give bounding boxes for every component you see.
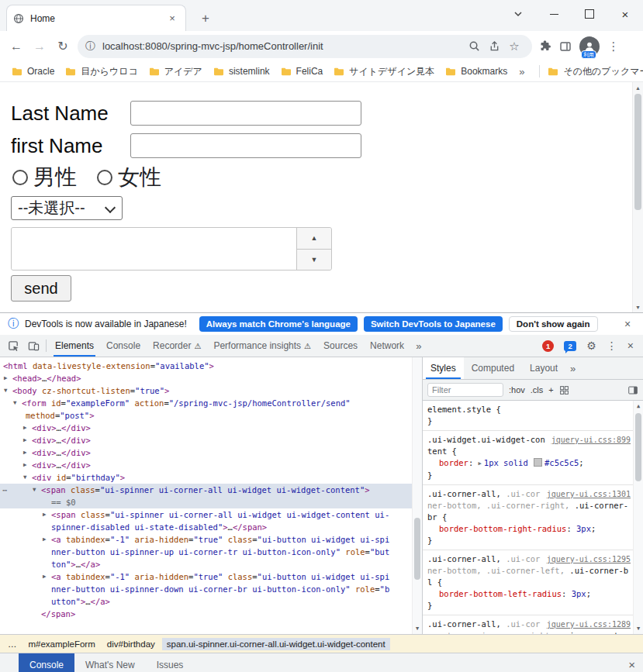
reload-icon[interactable]: ↻ (51, 35, 74, 58)
expand-shorthand-icon[interactable]: ▶ (479, 460, 482, 467)
disclosure-open-icon[interactable]: ▼ (33, 484, 36, 496)
dom-tree-row[interactable]: </span> (0, 608, 422, 620)
scrollbar-thumb[interactable] (414, 518, 420, 580)
disclosure-closed-icon[interactable]: ▶ (43, 533, 47, 546)
close-window-button[interactable]: × (607, 0, 643, 28)
dom-tree-row[interactable]: ton">…</a> (0, 558, 422, 570)
issues-badge[interactable]: 2 (564, 341, 576, 351)
disclosure-closed-icon[interactable]: ▶ (4, 372, 8, 384)
dom-tree-row[interactable]: ▶<div>…</div> (0, 422, 422, 434)
dom-tree-row[interactable]: ▶<span class="ui-spinner ui-corner-all u… (0, 508, 422, 521)
scrollbar-thumb[interactable] (634, 94, 641, 210)
stylesheet-source-link[interactable]: jquery-ui.css:899 (551, 434, 631, 446)
dom-tree-row[interactable]: ▼<div id="birthday"> (0, 471, 422, 484)
devtools-tab-network[interactable]: Network (364, 335, 410, 357)
bookmark-item[interactable]: sistemlink (208, 64, 275, 78)
scroll-down-icon[interactable]: ▼ (634, 623, 643, 634)
disclosure-closed-icon[interactable]: ▶ (23, 422, 27, 434)
sidebar-tab-styles[interactable]: Styles (423, 357, 464, 379)
disclosure-closed-icon[interactable]: ▶ (23, 459, 27, 471)
drawer-close-icon[interactable]: × (628, 658, 635, 671)
match-language-button[interactable]: Always match Chrome's language (199, 316, 358, 332)
address-bar[interactable]: ⓘ localhost:8080/spring-mvc-jsp/homeCont… (78, 35, 532, 58)
device-toolbar-icon[interactable] (23, 336, 43, 356)
more-tabs-icon[interactable]: » (410, 340, 427, 352)
stylesheet-source-link[interactable]: jquery-ui.css:1289 (547, 619, 631, 630)
dom-tree-row[interactable]: ⋯▼<span class="ui-spinner ui-corner-all … (0, 484, 422, 496)
spinner-up-button[interactable]: ▲ (297, 228, 331, 250)
css-declaration[interactable]: border-bottom-right-radius: 3px; (427, 523, 631, 535)
minimize-button[interactable] (536, 0, 572, 28)
devtools-tab-sources[interactable]: Sources (317, 335, 364, 357)
bookmark-item[interactable]: サイトデザイン見本 (328, 64, 440, 80)
dom-tree-row[interactable]: method="post"> (0, 409, 422, 422)
last-name-input[interactable] (130, 101, 361, 126)
breadcrumb-crumb[interactable]: … (3, 638, 22, 650)
grid-toggle-icon[interactable] (559, 385, 569, 395)
breadcrumb-crumb[interactable]: m#exampleForm (24, 638, 100, 650)
styles-scrollbar[interactable]: ▲ ▼ (633, 401, 643, 634)
tab-close-icon[interactable]: × (165, 12, 179, 26)
bookmark-item[interactable]: Oracle (6, 64, 60, 78)
other-bookmarks-folder[interactable]: その他のブックマーク (531, 64, 643, 80)
devtools-menu-icon[interactable]: ⋮ (607, 339, 617, 352)
drawer-tab-issues[interactable]: Issues (146, 653, 195, 672)
dom-tree-row[interactable]: utton">…</a> (0, 595, 422, 608)
sidebar-panel-icon[interactable] (627, 385, 638, 395)
scroll-down-icon[interactable]: ▼ (633, 302, 643, 312)
dom-tree-row[interactable]: nner-button ui-spinner-up ui-corner-tr u… (0, 546, 422, 558)
infobar-close-icon[interactable]: × (620, 318, 635, 330)
devtools-tab-elements[interactable]: Elements (49, 335, 100, 357)
scroll-up-icon[interactable]: ▲ (633, 82, 643, 93)
page-scrollbar[interactable]: ▲ ▼ (632, 82, 643, 312)
bookmark-item[interactable]: FeliCa (275, 64, 329, 78)
disclosure-open-icon[interactable]: ▼ (23, 471, 27, 484)
bookmark-item[interactable]: アイデア (143, 64, 208, 80)
url-text[interactable]: localhost:8080/spring-mvc-jsp/homeContro… (102, 40, 464, 52)
devtools-tab-console[interactable]: Console (100, 335, 147, 357)
scroll-down-icon[interactable]: ▼ (413, 623, 422, 634)
dom-tree-row[interactable]: ▼<form id="exampleForm" action="/spring-… (0, 397, 422, 409)
disclosure-open-icon[interactable]: ▼ (13, 397, 17, 409)
styles-filter-input[interactable]: Filter (427, 383, 503, 397)
sidebar-more-tabs-icon[interactable]: » (565, 363, 580, 374)
new-tab-button[interactable]: + (195, 9, 216, 29)
share-icon[interactable] (484, 36, 504, 57)
error-badge[interactable]: 1 (542, 340, 554, 352)
bookmark-item[interactable]: Bookmarks (440, 64, 513, 78)
dom-tree-row[interactable]: spinner-disabled ui-state-disabled">…</s… (0, 521, 422, 533)
css-declaration[interactable]: border: ▶1px solid #c5c5c5; (427, 457, 631, 470)
female-radio-button[interactable] (97, 170, 112, 185)
toggle-class-button[interactable]: .cls (531, 385, 544, 395)
row-overflow-icon[interactable]: ⋯ (2, 484, 7, 496)
disclosure-closed-icon[interactable]: ▶ (23, 434, 27, 446)
devtools-tab-performance-insights[interactable]: Performance insights⚠ (207, 335, 317, 357)
stylesheet-source-link[interactable]: jquery-ui.css:1295 (547, 553, 631, 565)
elements-scrollbar[interactable]: ▼ (412, 357, 422, 634)
back-icon[interactable]: ← (5, 35, 28, 58)
disclosure-closed-icon[interactable]: ▶ (23, 446, 27, 459)
drawer-tab-what-s-new[interactable]: What's New (74, 653, 146, 672)
bookmark-item[interactable]: 目からウロコ (60, 64, 143, 80)
dom-tree-row[interactable]: ▶<div>…</div> (0, 446, 422, 459)
drawer-tab-console[interactable]: Console (19, 653, 74, 672)
breadcrumb-crumb[interactable]: div#birthday (102, 638, 160, 650)
first-name-input[interactable] (130, 133, 361, 158)
disclosure-closed-icon[interactable]: ▶ (43, 570, 47, 583)
stylesheet-source-link[interactable]: jquery-ui.css:1301 (547, 488, 631, 500)
forward-icon[interactable]: → (28, 35, 51, 58)
dom-tree-row[interactable]: ▶<head>…</head> (0, 372, 422, 384)
site-info-icon[interactable]: ⓘ (85, 40, 95, 53)
spinner-input[interactable] (12, 228, 296, 270)
rule-selector[interactable]: element.style { (427, 404, 631, 415)
chrome-menu-icon[interactable]: ⋮ (603, 36, 624, 57)
dom-tree-row[interactable]: ▶<a tabindex="-1" aria-hidden="true" cla… (0, 570, 422, 583)
gender-select[interactable]: --未選択-- (11, 196, 123, 220)
male-radio-button[interactable] (12, 170, 28, 185)
devtools-close-icon[interactable]: × (627, 339, 634, 352)
switch-japanese-button[interactable]: Switch DevTools to Japanese (364, 316, 503, 332)
spinner-down-button[interactable]: ▼ (297, 250, 331, 271)
disclosure-closed-icon[interactable]: ▶ (43, 508, 47, 521)
toggle-hover-state-button[interactable]: :hov (509, 385, 525, 395)
devtools-tab-recorder[interactable]: Recorder⚠ (147, 335, 207, 357)
